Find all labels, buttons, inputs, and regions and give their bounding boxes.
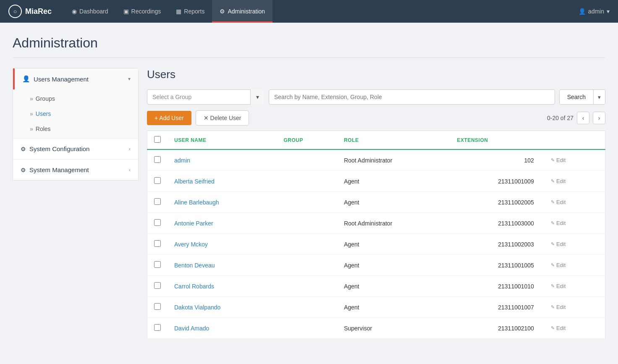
user-link-1[interactable]: Alberta Seifried	[174, 178, 215, 185]
table-row: Dakota Vialpando Agent 21311001007 ✎ Edi…	[147, 297, 605, 318]
brand-icon: ○	[8, 5, 22, 18]
sidebar-item-users[interactable]: Users	[13, 106, 138, 121]
nav-item-reports[interactable]: ▦ Reports	[168, 0, 212, 23]
row-extension: 102	[450, 149, 541, 171]
nav-item-administration[interactable]: ⚙ Administration	[212, 0, 272, 23]
prev-page-button[interactable]: ‹	[577, 112, 589, 124]
edit-label: Edit	[556, 220, 566, 226]
sidebar-item-roles[interactable]: Roles	[13, 121, 138, 136]
row-username: Alberta Seifried	[168, 171, 277, 192]
edit-label: Edit	[556, 304, 566, 310]
search-input[interactable]	[269, 89, 555, 105]
row-checkbox-0[interactable]	[154, 156, 161, 163]
row-username: Dakota Vialpando	[168, 297, 277, 318]
add-user-button[interactable]: + Add User	[147, 111, 191, 125]
sidebar-users-management-header[interactable]: 👤 Users Management ▾	[13, 68, 138, 89]
edit-button-7[interactable]: ✎ Edit	[547, 302, 569, 312]
edit-label: Edit	[556, 199, 566, 205]
th-extension: EXTENSION	[450, 131, 541, 150]
navbar: ○ MiaRec ◉ Dashboard ▣ Recordings ▦ Repo…	[0, 0, 618, 23]
actions-row: + Add User ✕ Delete User 0-20 of 27 ‹ ›	[147, 110, 605, 126]
row-checkbox-cell	[147, 213, 168, 234]
table-row: Benton Deveau Agent 21311001005 ✎ Edit	[147, 255, 605, 276]
nav-item-dashboard[interactable]: ◉ Dashboard	[64, 0, 116, 23]
row-group	[277, 213, 337, 234]
edit-button-5[interactable]: ✎ Edit	[547, 260, 569, 270]
user-link-7[interactable]: Dakota Vialpando	[174, 304, 220, 311]
next-page-button[interactable]: ›	[593, 112, 605, 124]
row-edit-cell: ✎ Edit	[541, 276, 605, 297]
system-mgmt-icon: ⚙	[21, 167, 26, 173]
table-row: Alberta Seifried Agent 21311001009 ✎ Edi…	[147, 171, 605, 192]
edit-button-0[interactable]: ✎ Edit	[547, 155, 569, 165]
row-edit-cell: ✎ Edit	[541, 192, 605, 213]
row-checkbox-cell	[147, 149, 168, 171]
pagination-text: 0-20 of 27	[547, 115, 573, 121]
user-link-0[interactable]: admin	[174, 157, 190, 164]
row-checkbox-4[interactable]	[154, 240, 161, 247]
system-mgmt-label: System Management	[29, 166, 89, 173]
row-checkbox-7[interactable]	[154, 303, 161, 310]
nav-item-recordings[interactable]: ▣ Recordings	[116, 0, 169, 23]
user-menu[interactable]: 👤 admin ▾	[579, 8, 610, 15]
users-label: Users	[36, 110, 51, 117]
brand-logo[interactable]: ○ MiaRec	[8, 5, 52, 18]
delete-user-button[interactable]: ✕ Delete User	[196, 110, 249, 126]
row-extension: 21311001005	[450, 255, 541, 276]
user-link-6[interactable]: Carrol Robards	[174, 283, 214, 290]
sidebar-item-groups[interactable]: Groups	[13, 91, 138, 106]
row-checkbox-8[interactable]	[154, 324, 161, 331]
system-config-label: System Configuration	[29, 145, 89, 152]
row-group	[277, 171, 337, 192]
table-row: Aline Barlebaugh Agent 21311002005 ✎ Edi…	[147, 192, 605, 213]
users-table: USER NAME GROUP ROLE EXTENSION	[147, 131, 605, 339]
edit-label: Edit	[556, 157, 566, 163]
reports-icon: ▦	[176, 8, 181, 15]
search-dropdown-button[interactable]: ▾	[593, 90, 605, 104]
sidebar-system-config-header[interactable]: ⚙ System Configuration ‹	[13, 139, 138, 159]
edit-button-1[interactable]: ✎ Edit	[547, 176, 569, 186]
row-checkbox-1[interactable]	[154, 177, 161, 184]
edit-icon: ✎	[551, 325, 555, 331]
select-all-checkbox[interactable]	[154, 136, 161, 143]
row-extension: 21311002100	[450, 318, 541, 339]
edit-button-3[interactable]: ✎ Edit	[547, 218, 569, 228]
edit-button-2[interactable]: ✎ Edit	[547, 197, 569, 207]
main-content: Users Select a Group ▾ Search ▾	[147, 68, 605, 339]
user-link-4[interactable]: Avery Mckoy	[174, 241, 208, 248]
edit-button-8[interactable]: ✎ Edit	[547, 323, 569, 333]
row-edit-cell: ✎ Edit	[541, 297, 605, 318]
edit-label: Edit	[556, 241, 566, 247]
chevron-left-icon-2: ‹	[129, 167, 131, 173]
user-link-3[interactable]: Antonie Parker	[174, 220, 213, 227]
row-checkbox-3[interactable]	[154, 219, 161, 226]
user-link-2[interactable]: Aline Barlebaugh	[174, 199, 219, 206]
edit-button-6[interactable]: ✎ Edit	[547, 281, 569, 291]
group-select[interactable]: Select a Group	[147, 89, 264, 105]
search-button[interactable]: Search	[560, 90, 593, 104]
row-checkbox-cell	[147, 255, 168, 276]
chevron-left-icon: ‹	[129, 146, 131, 152]
edit-icon: ✎	[551, 241, 555, 247]
user-link-8[interactable]: David Amado	[174, 325, 209, 332]
user-label: admin	[588, 8, 604, 15]
edit-label: Edit	[556, 178, 566, 184]
edit-button-4[interactable]: ✎ Edit	[547, 239, 569, 249]
row-role: Agent	[337, 255, 450, 276]
row-checkbox-cell	[147, 276, 168, 297]
user-link-5[interactable]: Benton Deveau	[174, 262, 215, 269]
row-role: Agent	[337, 276, 450, 297]
row-checkbox-6[interactable]	[154, 282, 161, 289]
th-checkbox	[147, 131, 168, 150]
row-username: David Amado	[168, 318, 277, 339]
row-checkbox-cell	[147, 171, 168, 192]
nav-label-recordings: Recordings	[131, 8, 161, 15]
table-row: Avery Mckoy Agent 21311002003 ✎ Edit	[147, 234, 605, 255]
sidebar-subitems-users: Groups Users Roles	[13, 89, 138, 138]
content-layout: 👤 Users Management ▾ Groups Users Roles	[13, 68, 605, 339]
row-group	[277, 234, 337, 255]
sidebar-system-mgmt-header[interactable]: ⚙ System Management ‹	[13, 160, 138, 180]
edit-label: Edit	[556, 283, 566, 289]
row-checkbox-5[interactable]	[154, 261, 161, 268]
row-checkbox-2[interactable]	[154, 198, 161, 205]
